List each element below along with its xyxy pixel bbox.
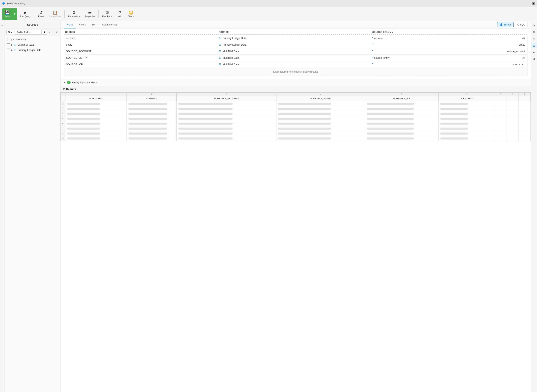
- add-to-fields-dropdown-button[interactable]: ▼: [42, 30, 47, 35]
- right-sidebar-btn-4[interactable]: ⊞: [532, 43, 537, 48]
- cell-8-6: [439, 131, 495, 136]
- cell-5-6: [439, 116, 495, 121]
- cell-3-2: [126, 106, 176, 111]
- permissions-icon: ⚙: [72, 10, 76, 14]
- field-source-4: ⊞ MultiDIM Data: [219, 63, 372, 66]
- cell-8-9: [519, 131, 531, 136]
- source-type-button[interactable]: ⊞ ▼: [6, 30, 14, 34]
- table-row-9: 9: [61, 136, 531, 141]
- help-button[interactable]: ? Help: [115, 8, 125, 20]
- table-icon: ⊞: [8, 31, 10, 34]
- results-header[interactable]: ∨ Results: [60, 86, 531, 93]
- fields-row-4[interactable]: SOURCE_ICP ⊞ MultiDIM Data " source_icp: [64, 61, 527, 67]
- header-account[interactable]: ⚙ACCOUNT: [65, 96, 127, 101]
- remove-source-button[interactable]: ✕: [55, 30, 59, 34]
- source-table-icon-0: ⊞: [219, 36, 221, 40]
- tab-filters[interactable]: Filters: [76, 21, 89, 28]
- cell-9-3: [176, 136, 277, 141]
- cell-4-8: [507, 111, 519, 116]
- header-source-entity[interactable]: ⚙SOURCE_ENTITY: [277, 96, 365, 101]
- header-source-icp[interactable]: ⚙SOURCE_ICP: [365, 96, 438, 101]
- cell-3-4: [277, 106, 365, 111]
- table-row-5: 5: [61, 116, 531, 121]
- right-sidebar-btn-2[interactable]: ⚙: [532, 29, 537, 35]
- syntax-expand-button[interactable]: ▶: [64, 81, 65, 84]
- field-header-0: account: [66, 37, 219, 40]
- cell-5-2: [126, 116, 176, 121]
- field-source-2: ⊞ MultiDIM Data: [219, 50, 372, 53]
- move-up-button[interactable]: ↑: [48, 30, 51, 34]
- reset-button[interactable]: ↺ Reset: [36, 8, 46, 20]
- quote-icon-4: ": [372, 63, 374, 66]
- builder-toggle-button[interactable]: 👤 Builder: [497, 22, 514, 27]
- primaryledger-checkbox[interactable]: [7, 49, 10, 51]
- cell-9-2: [126, 136, 176, 141]
- properties-button[interactable]: ☰ Properties: [83, 8, 97, 20]
- source-col-label: SOURCE: [219, 31, 372, 33]
- collapse-btn[interactable]: ▼: [532, 2, 535, 5]
- save-button[interactable]: 💾 Save: [2, 8, 12, 20]
- tab-fields[interactable]: Fields: [64, 21, 76, 28]
- sort-indicator-3[interactable]: A↓: [522, 56, 525, 59]
- cell-9-7: [495, 136, 507, 141]
- right-sidebar-btn-6[interactable]: ↺: [532, 56, 537, 62]
- table-row-7: 7: [61, 126, 531, 131]
- cell-5-5: [365, 116, 438, 121]
- sql-toggle-button[interactable]: ⟨⟩ SQL: [515, 22, 528, 27]
- header-entity[interactable]: ⚙ENTITY: [126, 96, 176, 101]
- cell-2-6: [439, 101, 495, 106]
- permissions-button[interactable]: ⚙ Permissions: [66, 8, 82, 20]
- cell-2-5: [365, 101, 438, 106]
- cell-5-8: [507, 116, 519, 121]
- run-query-button[interactable]: ▶ Run Query: [18, 8, 32, 20]
- fields-row-0[interactable]: account ⊞ Primary Ledger Data " account …: [64, 35, 527, 41]
- add-to-fields-button[interactable]: Add to Fields: [15, 30, 42, 35]
- header-source-account[interactable]: ⚙SOURCE_ACCOUNT: [176, 96, 277, 101]
- tab-sort[interactable]: Sort: [89, 21, 99, 28]
- field-source-col-2: " source_account: [372, 50, 525, 53]
- left-collapse-button[interactable]: ‹‹: [1, 23, 4, 28]
- tree-item-primaryledger[interactable]: ▶ ⊞ Primary Ledger Data: [5, 47, 60, 52]
- cell-9-8: [507, 136, 519, 141]
- cell-2-2: [126, 101, 176, 106]
- cell-2-7: [495, 101, 507, 106]
- calculation-func-icon: 𝑓: [11, 38, 12, 41]
- multidim-table-icon: ⊞: [14, 43, 16, 46]
- cell-4-1: [65, 111, 127, 116]
- multidim-checkbox[interactable]: [7, 43, 10, 46]
- title-bar: 🔷 MultiDIM Query ▼: [0, 0, 537, 7]
- results-table-wrapper[interactable]: 1 2 3 4 5 6 7 8 9 ⚙ACCOUNT: [60, 93, 531, 392]
- source-name-0: Primary Ledger Data: [222, 37, 246, 40]
- table-row-8: 8: [61, 131, 531, 136]
- move-down-button[interactable]: ↓: [51, 30, 54, 34]
- fields-row-2[interactable]: SOURCE_ACCOUNT ⊞ MultiDIM Data " source_…: [64, 48, 527, 55]
- col-num-7: 7: [495, 93, 507, 96]
- results-table: 1 2 3 4 5 6 7 8 9 ⚙ACCOUNT: [60, 93, 531, 141]
- cell-6-4: [277, 121, 365, 126]
- source-name-4: MultiDIM Data: [222, 63, 239, 66]
- right-sidebar-btn-5[interactable]: ●: [532, 50, 537, 55]
- cell-2-9: [519, 101, 531, 106]
- tours-button[interactable]: 🔱 Tours: [126, 8, 136, 20]
- create-view-button[interactable]: 📋 Create View: [47, 8, 63, 20]
- tab-relationships[interactable]: Relationships: [99, 21, 120, 28]
- save-dropdown-button[interactable]: ▼: [12, 8, 17, 20]
- header-empty-9: [519, 96, 531, 101]
- primaryledger-expand-icon: ▶: [11, 49, 13, 51]
- cell-6-2: [126, 121, 176, 126]
- cell-6-3: [176, 121, 277, 126]
- fields-row-3[interactable]: SOURCE_ENTITY ⊞ MultiDIM Data " source_e…: [64, 55, 527, 61]
- fields-table-headers: HEADER SOURCE SOURCE COLUMN: [64, 31, 528, 34]
- calculation-checkbox[interactable]: [7, 38, 10, 41]
- col-num-5: 5: [365, 93, 438, 96]
- tree-item-multidim[interactable]: ▶ ⊞ MultiDIM Data: [5, 42, 60, 47]
- sort-indicator-0[interactable]: A↓: [522, 37, 525, 39]
- tree-item-calculation[interactable]: 𝑓 Calculation: [5, 37, 60, 42]
- right-sidebar-btn-3[interactable]: ≡: [532, 36, 537, 41]
- right-sidebar-btn-1[interactable]: ‹›: [532, 23, 537, 28]
- feedback-button[interactable]: ✉ Feedback: [100, 8, 114, 20]
- header-amount[interactable]: ⚙AMOUNT: [439, 96, 495, 101]
- fields-row-1[interactable]: entity ⊞ Primary Ledger Data " entity: [64, 41, 527, 48]
- field-source-0: ⊞ Primary Ledger Data: [219, 36, 372, 40]
- cell-8-4: [277, 131, 365, 136]
